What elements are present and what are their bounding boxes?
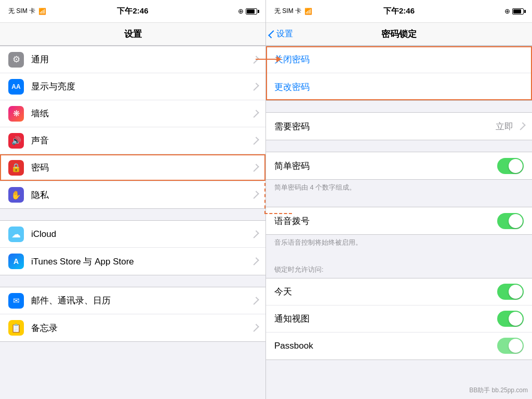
sidebar-item-passcode[interactable]: 🔒 密码 (0, 154, 265, 181)
require-value: 立即 (496, 121, 513, 132)
sidebar-item-itunes[interactable]: A iTunes Store 与 App Store (0, 248, 265, 275)
passbook-label: Passbook (274, 341, 497, 351)
general-label: 通用 (31, 54, 249, 65)
sidebar-item-wallpaper[interactable]: ❋ 墙纸 (0, 100, 265, 127)
display-icon: AA (8, 79, 24, 95)
right-brightness-icon: ⊕ (504, 7, 510, 15)
passbook-toggle-knob (509, 339, 523, 353)
left-section-group-2: ☁ iCloud A iTunes Store 与 App Store (0, 220, 265, 275)
voice-group: 语音拨号 (266, 207, 532, 235)
today-toggle[interactable] (497, 284, 524, 300)
notes-chevron-icon (251, 324, 259, 332)
passcode-icon: 🔒 (8, 160, 24, 176)
right-wifi-icon: 📶 (304, 8, 312, 15)
privacy-label: 隐私 (31, 189, 249, 201)
back-button[interactable]: 设置 (270, 29, 293, 39)
mail-chevron-icon (251, 297, 259, 305)
passcode-chevron-icon (251, 164, 259, 172)
notification-toggle[interactable] (497, 311, 524, 327)
change-passcode-button[interactable]: 更改密码 (266, 73, 532, 100)
arrow-head-icon (276, 56, 282, 62)
sound-label: 声音 (31, 135, 249, 147)
icloud-icon: ☁ (8, 227, 24, 242)
notification-item[interactable]: 通知视图 (266, 305, 532, 332)
turn-off-passcode-button[interactable]: 关闭密码 (266, 46, 532, 73)
left-status-right: ⊕ (238, 7, 257, 15)
sidebar-item-privacy[interactable]: ✋ 隐私 (0, 181, 265, 208)
icloud-chevron-icon (251, 230, 259, 238)
general-icon: ⚙ (8, 52, 24, 68)
notification-label: 通知视图 (274, 313, 497, 325)
require-password-item[interactable]: 需要密码 立即 (266, 113, 532, 140)
left-battery-icon (246, 8, 257, 15)
voice-dialing-item[interactable]: 语音拨号 (266, 207, 532, 234)
divider-1 (266, 101, 532, 112)
simple-toggle[interactable] (497, 158, 524, 174)
passcode-label: 密码 (31, 162, 249, 174)
mail-label: 邮件、通讯录、日历 (31, 295, 249, 307)
left-status-left: 无 SIM 卡 📶 (8, 7, 46, 16)
voice-toggle-knob (509, 214, 523, 228)
right-status-right: ⊕ (504, 7, 524, 15)
passbook-toggle[interactable] (497, 338, 524, 354)
simple-description: 简单密码由 4 个数字组成。 (266, 180, 532, 195)
left-nav-title: 设置 (124, 28, 142, 40)
itunes-label: iTunes Store 与 App Store (31, 256, 249, 268)
voice-description: 音乐语音控制将始终被启用。 (266, 235, 532, 250)
sidebar-item-icloud[interactable]: ☁ iCloud (0, 221, 265, 248)
wallpaper-label: 墙纸 (31, 108, 249, 119)
lock-access-header: 锁定时允许访问: (266, 262, 532, 277)
arrow-line (256, 59, 276, 60)
right-nav-bar: 设置 密码锁定 (266, 23, 532, 46)
left-nav-bar: 设置 (0, 23, 265, 46)
simple-label: 简单密码 (274, 160, 497, 172)
icloud-label: iCloud (31, 229, 249, 240)
left-brightness-icon: ⊕ (238, 7, 244, 15)
watermark: BB助手 bb.25pp.com (469, 386, 528, 395)
itunes-chevron-icon (251, 257, 259, 265)
voice-label: 语音拨号 (274, 215, 497, 227)
left-settings-content: ⚙ 通用 AA 显示与亮度 ❋ 墙纸 🔊 声音 (0, 46, 265, 399)
display-label: 显示与亮度 (31, 81, 249, 92)
right-settings-content: 关闭密码 更改密码 需要密码 立即 简单密码 简单密码由 4 个数字组成。 (266, 46, 532, 399)
back-label: 设置 (276, 29, 293, 39)
lock-access-group: 今天 通知视图 Passbook (266, 278, 532, 360)
back-chevron-icon (268, 30, 276, 38)
today-toggle-knob (509, 285, 523, 299)
right-nav-title: 密码锁定 (381, 28, 417, 40)
left-time: 下午2:46 (117, 6, 148, 16)
privacy-chevron-icon (251, 191, 259, 199)
sidebar-item-display[interactable]: AA 显示与亮度 (0, 73, 265, 100)
right-action-group: 关闭密码 更改密码 (266, 46, 532, 101)
sidebar-item-general[interactable]: ⚙ 通用 (0, 46, 265, 73)
right-status-left: 无 SIM 卡 📶 (274, 7, 312, 16)
right-panel: 无 SIM 卡 📶 下午2:46 ⊕ 设置 密码锁定 关闭密码 更改密码 (266, 0, 532, 399)
today-label: 今天 (274, 286, 497, 298)
sound-icon: 🔊 (8, 133, 24, 149)
left-status-bar: 无 SIM 卡 📶 下午2:46 ⊕ (0, 0, 265, 23)
itunes-icon: A (8, 254, 24, 269)
left-wifi-icon: 📶 (38, 8, 46, 15)
right-battery-icon (512, 8, 524, 15)
wallpaper-icon: ❋ (8, 106, 24, 122)
today-item[interactable]: 今天 (266, 278, 532, 305)
turn-off-label: 关闭密码 (274, 54, 524, 65)
notes-label: 备忘录 (31, 322, 249, 334)
simple-passcode-item[interactable]: 简单密码 (266, 152, 532, 179)
left-section-group-1: ⚙ 通用 AA 显示与亮度 ❋ 墙纸 🔊 声音 (0, 46, 265, 209)
voice-toggle[interactable] (497, 213, 524, 229)
divider-2 (266, 140, 532, 152)
passbook-item[interactable]: Passbook (266, 332, 532, 360)
left-carrier: 无 SIM 卡 (8, 7, 35, 16)
simple-group: 简单密码 (266, 152, 532, 180)
mail-icon: ✉ (8, 293, 24, 309)
sidebar-item-notes[interactable]: 📋 备忘录 (0, 314, 265, 341)
wallpaper-chevron-icon (251, 110, 259, 118)
divider-4 (266, 250, 532, 262)
sidebar-item-mail[interactable]: ✉ 邮件、通讯录、日历 (0, 287, 265, 314)
right-time: 下午2:46 (383, 6, 415, 16)
left-panel: 无 SIM 卡 📶 下午2:46 ⊕ 设置 ⚙ 通用 AA 显示与亮度 (0, 0, 266, 399)
simple-toggle-knob (509, 159, 523, 173)
sidebar-item-sound[interactable]: 🔊 声音 (0, 127, 265, 154)
notification-toggle-knob (509, 312, 523, 326)
